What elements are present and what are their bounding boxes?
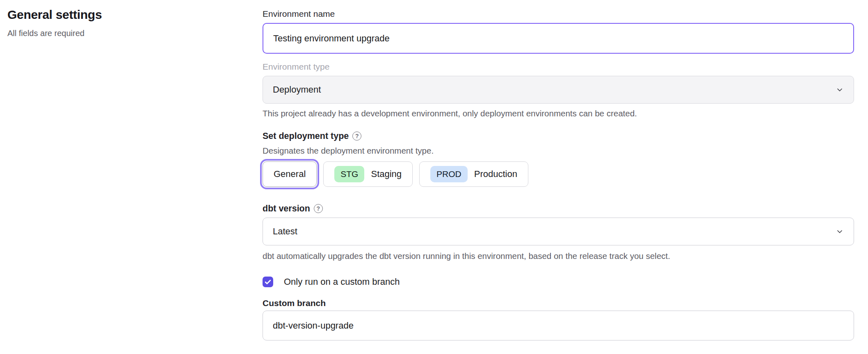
environment-type-value: Deployment <box>273 84 321 95</box>
checkmark-icon <box>264 278 272 286</box>
dbt-version-heading-row: dbt version ? <box>263 203 854 214</box>
environment-type-field: Environment type Deployment This project… <box>263 61 854 119</box>
dbt-version-heading: dbt version <box>263 203 310 214</box>
environment-name-label: Environment name <box>263 8 854 20</box>
deployment-type-general-button[interactable]: General <box>263 161 317 187</box>
environment-type-select: Deployment <box>263 76 854 104</box>
deployment-type-description: Designates the deployment environment ty… <box>263 145 854 157</box>
dbt-version-help-icon[interactable]: ? <box>314 204 323 213</box>
page-title: General settings <box>7 6 246 24</box>
deployment-type-help-icon[interactable]: ? <box>352 132 361 141</box>
settings-form: Environment name Environment type Deploy… <box>263 0 868 340</box>
dbt-version-value: Latest <box>273 226 297 237</box>
environment-name-input[interactable] <box>263 23 854 54</box>
staging-button-label: Staging <box>371 169 402 179</box>
custom-branch-field: Custom branch <box>263 297 854 340</box>
dbt-version-help-text: dbt automatically upgrades the dbt versi… <box>263 250 854 262</box>
chevron-down-icon <box>836 86 844 94</box>
prod-badge: PROD <box>430 166 468 182</box>
production-button-label: Production <box>474 169 517 179</box>
settings-header: General settings All fields are required <box>0 0 263 340</box>
chevron-down-icon <box>836 227 844 236</box>
dbt-version-select[interactable]: Latest <box>263 218 854 245</box>
page-subtitle: All fields are required <box>7 28 246 39</box>
custom-branch-checkbox[interactable] <box>263 277 273 287</box>
custom-branch-checkbox-label[interactable]: Only run on a custom branch <box>284 277 400 287</box>
custom-branch-label: Custom branch <box>263 297 854 309</box>
environment-name-field: Environment name <box>263 8 854 54</box>
custom-branch-input[interactable] <box>263 311 854 340</box>
deployment-type-heading: Set deployment type <box>263 130 349 142</box>
custom-branch-toggle-row: Only run on a custom branch <box>263 277 854 287</box>
dbt-version-section: dbt version ? Latest dbt automatically u… <box>263 203 854 262</box>
deployment-type-options: General STG Staging PROD Production <box>263 161 854 187</box>
deployment-type-staging-button[interactable]: STG Staging <box>323 161 413 187</box>
general-button-label: General <box>274 169 306 179</box>
environment-settings-page: General settings All fields are required… <box>0 0 868 340</box>
deployment-type-section: Set deployment type ? Designates the dep… <box>263 130 854 187</box>
deployment-type-heading-row: Set deployment type ? <box>263 130 854 142</box>
deployment-type-production-button[interactable]: PROD Production <box>419 161 528 187</box>
environment-type-help-text: This project already has a development e… <box>263 108 854 119</box>
stg-badge: STG <box>334 166 364 182</box>
environment-type-label: Environment type <box>263 61 854 73</box>
